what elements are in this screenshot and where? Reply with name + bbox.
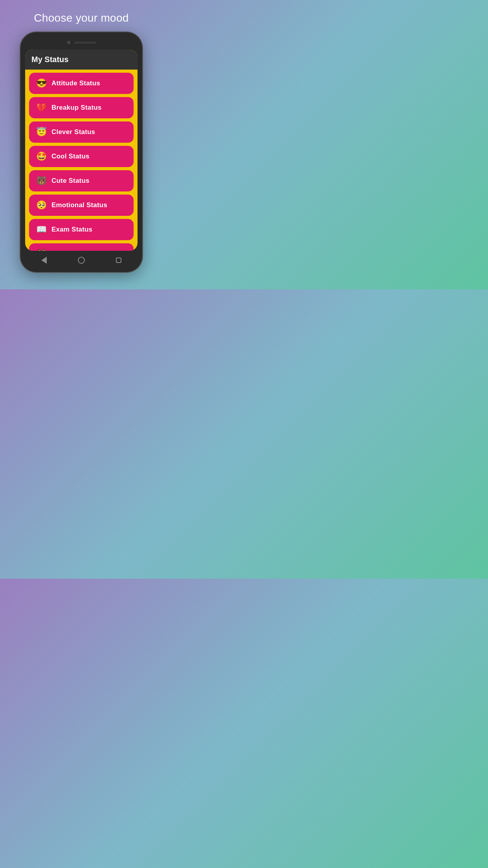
cool-emoji: 🤩: [36, 152, 47, 161]
attitude-label: Attitude Status: [51, 79, 100, 87]
emotional-label: Emotional Status: [51, 201, 107, 209]
friendship-label: Friendship Status: [51, 250, 109, 251]
menu-item-cool[interactable]: 🤩Cool Status: [29, 146, 134, 167]
app-header: My Status: [25, 50, 138, 70]
phone-screen: My Status 😎Attitude Status💔Breakup Statu…: [25, 50, 138, 251]
page-wrapper: Choose your mood My Status 😎Attitude Sta…: [0, 0, 163, 289]
back-icon: [41, 257, 47, 264]
menu-item-breakup[interactable]: 💔Breakup Status: [29, 97, 134, 118]
exam-label: Exam Status: [51, 226, 92, 234]
cute-emoji: 🐻: [36, 177, 47, 185]
phone-camera: [67, 41, 70, 44]
back-button[interactable]: [40, 256, 48, 265]
friendship-emoji: 👫: [36, 250, 47, 251]
menu-list[interactable]: 😎Attitude Status💔Breakup Status😇Clever S…: [25, 70, 138, 251]
phone-speaker: [74, 42, 96, 44]
menu-item-friendship[interactable]: 👫Friendship Status: [29, 243, 134, 251]
breakup-label: Breakup Status: [51, 104, 102, 112]
cute-label: Cute Status: [51, 177, 90, 185]
emotional-emoji: 🥺: [36, 201, 47, 210]
exam-emoji: 📖: [36, 225, 47, 234]
menu-item-emotional[interactable]: 🥺Emotional Status: [29, 195, 134, 216]
attitude-emoji: 😎: [36, 79, 47, 88]
recents-button[interactable]: [114, 256, 123, 265]
breakup-emoji: 💔: [36, 103, 47, 112]
phone-top-bar: [25, 37, 138, 48]
app-title: My Status: [31, 55, 68, 64]
home-icon: [78, 257, 85, 264]
home-button[interactable]: [77, 256, 86, 265]
menu-item-cute[interactable]: 🐻Cute Status: [29, 170, 134, 191]
phone-frame: My Status 😎Attitude Status💔Breakup Statu…: [20, 32, 142, 272]
cool-label: Cool Status: [51, 153, 90, 160]
page-headline: Choose your mood: [34, 12, 128, 24]
clever-emoji: 😇: [36, 128, 47, 136]
recents-icon: [116, 257, 121, 263]
clever-label: Clever Status: [51, 128, 95, 136]
phone-nav-bar: [25, 253, 138, 267]
menu-item-clever[interactable]: 😇Clever Status: [29, 121, 134, 143]
menu-item-exam[interactable]: 📖Exam Status: [29, 219, 134, 240]
menu-item-attitude[interactable]: 😎Attitude Status: [29, 73, 134, 94]
